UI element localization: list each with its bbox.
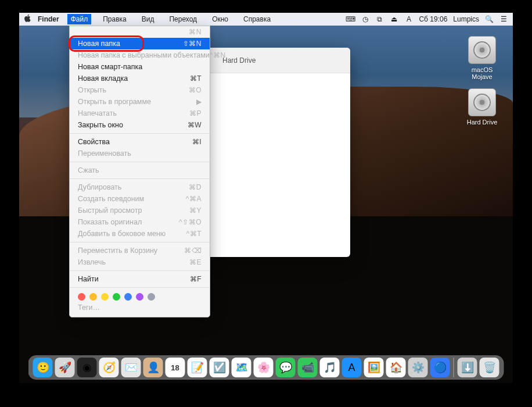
- eject-icon[interactable]: ⏏: [390, 15, 398, 24]
- menu-item-label: Закрыть окно: [78, 121, 123, 129]
- desktop: Hard Drive Finder ФайлПравкаВидПереходОк…: [19, 13, 513, 383]
- dock-other-icon[interactable]: 🔵: [430, 358, 450, 377]
- menu-separator: [70, 162, 210, 162]
- tag-dot[interactable]: [101, 293, 109, 301]
- menubar-right: ⌨ ◷ ⧉ ⏏ A Сб 19:06 Lumpics 🔍 ☰: [346, 15, 508, 24]
- dock-calendar-icon[interactable]: 18: [166, 358, 185, 377]
- tag-dot[interactable]: [113, 293, 120, 301]
- menu-item: Открыть в программе▶: [70, 96, 210, 108]
- desktop-drive-hard[interactable]: Hard Drive: [462, 88, 502, 126]
- tag-dot[interactable]: [136, 293, 143, 301]
- menu-item-label: Открыть в программе: [78, 98, 151, 106]
- dock-siri-icon[interactable]: ◉: [77, 358, 97, 377]
- menu-item-shortcut: ^⌘T: [186, 230, 202, 238]
- display-icon[interactable]: ⧉: [375, 15, 384, 24]
- dock-downloads-icon[interactable]: ⬇️: [458, 358, 477, 377]
- menu-separator: [70, 178, 210, 179]
- menu-item: Извлечь⌘E: [70, 256, 210, 268]
- menu-separator: [70, 242, 210, 242]
- menu-item[interactable]: Новая папка⇧⌘N: [70, 38, 210, 49]
- timemachine-icon[interactable]: ◷: [361, 15, 369, 24]
- menu-item[interactable]: Свойства⌘I: [70, 136, 210, 148]
- dock-notes-icon[interactable]: 📝: [188, 358, 207, 377]
- dock-mail-icon[interactable]: ✉️: [121, 358, 141, 377]
- menu-item: Дублировать⌘D: [70, 181, 210, 193]
- dock-appstore-icon[interactable]: A: [342, 358, 362, 377]
- tag-dot[interactable]: [148, 293, 155, 301]
- menu-item-label: Быстрый просмотр: [78, 206, 142, 215]
- dock-reminders-icon[interactable]: ☑️: [210, 358, 229, 377]
- menu-item-label: Новая смарт-папка: [78, 63, 142, 71]
- menu-item-shortcut: ⇧⌘N: [183, 40, 202, 48]
- tag-dot[interactable]: [78, 293, 85, 301]
- tag-dot[interactable]: [89, 293, 97, 301]
- dock-finder-icon[interactable]: 🙂: [33, 358, 53, 377]
- menu-вид[interactable]: Вид: [138, 14, 158, 24]
- drive-icon: [468, 88, 496, 116]
- search-icon[interactable]: 🔍: [485, 15, 494, 24]
- apple-menu-icon[interactable]: [24, 15, 32, 24]
- file-menu-dropdown: ⌘NНовая папка⇧⌘NНовая папка с выбранными…: [69, 26, 210, 317]
- tag-colors: [70, 290, 210, 302]
- keyboard-icon[interactable]: ⌨: [346, 15, 355, 24]
- menu-item-label: Сжать: [78, 166, 99, 174]
- drive-label: Hard Drive: [462, 119, 502, 126]
- menu-item-shortcut: ⌘O: [189, 86, 202, 94]
- menu-item-label: Открыть: [78, 86, 106, 94]
- menu-item-label: Извлечь: [78, 258, 106, 266]
- dock-maps-icon[interactable]: 🗺️: [232, 358, 251, 377]
- menu-окно[interactable]: Окно: [209, 14, 232, 24]
- menu-item-label: Переместить в Корзину: [78, 247, 157, 255]
- dock-facetime-icon[interactable]: 📹: [298, 358, 318, 377]
- dock-trash-icon[interactable]: 🗑️: [480, 358, 499, 377]
- dock-contacts-icon[interactable]: 👤: [143, 358, 163, 377]
- menu-item-shortcut: ⌘W: [188, 121, 202, 129]
- control-center-icon[interactable]: ☰: [499, 15, 508, 24]
- finder-window-title: Hard Drive: [222, 56, 256, 65]
- menu-справка[interactable]: Справка: [240, 14, 274, 24]
- dock-settings-icon[interactable]: ⚙️: [408, 358, 428, 377]
- drive-icon: [468, 36, 496, 64]
- dock-safari-icon[interactable]: 🧭: [99, 358, 119, 377]
- dock-itunes-icon[interactable]: 🎵: [320, 358, 340, 377]
- menu-item-label: Теги…: [78, 304, 100, 312]
- tag-dot[interactable]: [124, 293, 132, 301]
- dock-launchpad-icon[interactable]: 🚀: [55, 358, 75, 377]
- menu-item-shortcut: ^⇧⌘O: [179, 218, 202, 226]
- dock-preview-icon[interactable]: 🖼️: [364, 358, 384, 377]
- desktop-drive-mojave[interactable]: macOS Mojave: [462, 36, 502, 80]
- menu-переход[interactable]: Переход: [166, 14, 200, 24]
- drive-label: macOS Mojave: [462, 66, 502, 80]
- username[interactable]: Lumpics: [453, 15, 479, 23]
- menu-item: Переименовать: [70, 148, 210, 159]
- menu-item-shortcut: ^⌘A: [186, 195, 202, 203]
- menu-item[interactable]: Новая смарт-папка: [70, 61, 210, 73]
- menu-item-label: Показать оригинал: [78, 218, 142, 226]
- menu-separator: [70, 270, 210, 271]
- menu-item: Показать оригинал^⇧⌘O: [70, 216, 210, 228]
- language-icon[interactable]: A: [404, 15, 413, 24]
- menu-item: Создать псевдоним^⌘A: [70, 193, 210, 205]
- menu-item: Быстрый просмотр⌘Y: [70, 205, 210, 216]
- dock-photos-icon[interactable]: 🌸: [254, 358, 274, 377]
- menu-item[interactable]: Новая вкладка⌘T: [70, 73, 210, 84]
- app-name[interactable]: Finder: [38, 15, 59, 23]
- dock-home-icon[interactable]: 🏠: [386, 358, 406, 377]
- dock-messages-icon[interactable]: 💬: [276, 358, 296, 377]
- menu-item-shortcut: ⌘F: [190, 275, 202, 283]
- menu-item-shortcut: ▶: [196, 98, 202, 106]
- menu-item-label: Добавить в боковое меню: [78, 230, 166, 238]
- menu-файл[interactable]: Файл: [67, 14, 92, 24]
- menu-item[interactable]: Найти⌘F: [70, 273, 210, 285]
- menu-item-shortcut: ⌘E: [189, 258, 202, 266]
- clock[interactable]: Сб 19:06: [419, 15, 447, 23]
- menu-item: Переместить в Корзину⌘⌫: [70, 245, 210, 256]
- menu-item-label: Свойства: [78, 138, 110, 146]
- menu-item[interactable]: Закрыть окно⌘W: [70, 119, 210, 131]
- menu-правка[interactable]: Правка: [99, 14, 130, 24]
- menu-item-label: Новая вкладка: [78, 74, 128, 83]
- menu-item-shortcut: ⌘D: [189, 183, 202, 191]
- menu-item-tags: Теги…: [70, 302, 210, 313]
- menu-item-label: Напечатать: [78, 109, 117, 117]
- menu-item-shortcut: ^⌘N: [210, 51, 226, 59]
